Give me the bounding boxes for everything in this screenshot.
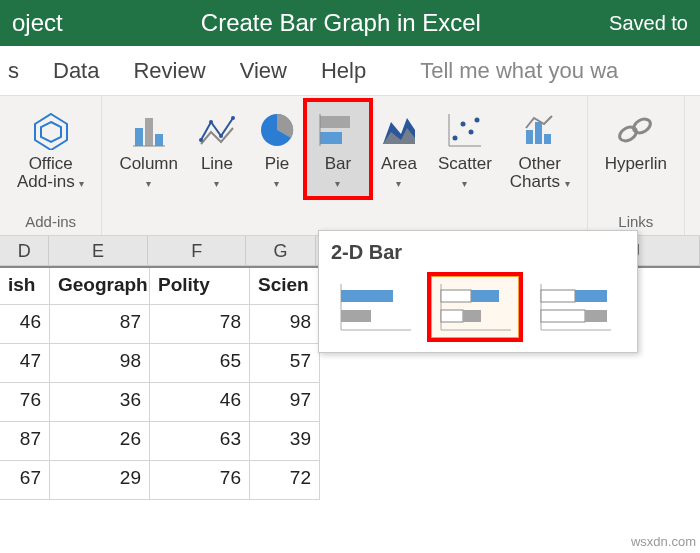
other-charts-icon <box>520 107 560 153</box>
group-links: Hyperlin Links <box>588 96 685 235</box>
cell[interactable]: 87 <box>0 422 50 461</box>
svg-rect-4 <box>155 134 163 146</box>
line-chart-button[interactable]: Line▾ <box>187 102 247 196</box>
bar-chart-icon <box>316 107 360 153</box>
scatter-chart-icon <box>445 107 485 153</box>
svg-rect-33 <box>441 290 471 302</box>
svg-rect-22 <box>526 130 533 144</box>
pie-chart-icon <box>257 107 297 153</box>
cell[interactable]: 26 <box>50 422 150 461</box>
group-addins: Office Add-ins ▾ Add-ins <box>0 96 102 235</box>
col-head[interactable]: F <box>148 236 247 266</box>
titlebar-left: oject <box>12 9 63 37</box>
tab-help[interactable]: Help <box>321 58 366 84</box>
addins-icon <box>31 107 71 153</box>
cell[interactable]: Geograph <box>50 268 150 305</box>
other-charts-button[interactable]: Other Charts ▾ <box>501 102 579 196</box>
100-stacked-bar-thumb[interactable] <box>531 276 619 338</box>
cell[interactable]: 57 <box>250 344 320 383</box>
stacked-bar-thumb[interactable] <box>431 276 519 338</box>
watermark: wsxdn.com <box>631 534 696 549</box>
cell[interactable]: Polity <box>150 268 250 305</box>
cell[interactable]: 29 <box>50 461 150 500</box>
svg-rect-3 <box>145 118 153 146</box>
svg-rect-36 <box>463 310 481 322</box>
clustered-bar-thumb[interactable] <box>331 276 419 338</box>
col-head[interactable]: G <box>246 236 315 266</box>
cell[interactable]: 72 <box>250 461 320 500</box>
svg-point-26 <box>631 116 653 135</box>
svg-point-18 <box>468 130 473 135</box>
cell[interactable]: 98 <box>250 305 320 344</box>
cell[interactable]: 47 <box>0 344 50 383</box>
cell[interactable]: 87 <box>50 305 150 344</box>
svg-rect-23 <box>535 122 542 144</box>
menu-tabs: s Data Review View Help Tell me what you… <box>0 46 700 96</box>
dropdown-title: 2-D Bar <box>331 241 625 264</box>
svg-rect-12 <box>320 132 342 144</box>
svg-point-7 <box>209 120 213 124</box>
cell[interactable]: 98 <box>50 344 150 383</box>
svg-point-25 <box>617 124 639 143</box>
svg-rect-29 <box>341 290 393 302</box>
col-head[interactable]: E <box>49 236 148 266</box>
tab-data[interactable]: Data <box>53 58 99 84</box>
scatter-chart-button[interactable]: Scatter▾ <box>429 102 501 196</box>
svg-rect-42 <box>585 310 607 322</box>
svg-point-17 <box>460 122 465 127</box>
pie-chart-button[interactable]: Pie▾ <box>247 102 307 196</box>
svg-rect-11 <box>320 116 350 128</box>
column-chart-button[interactable]: Column▾ <box>110 102 187 196</box>
cell[interactable]: 76 <box>0 383 50 422</box>
cell[interactable]: 39 <box>250 422 320 461</box>
line-chart-icon <box>197 107 237 153</box>
cell[interactable]: Scien <box>250 268 320 305</box>
table-row: 87 26 63 39 <box>0 422 700 461</box>
svg-marker-0 <box>35 114 67 150</box>
cell[interactable]: 78 <box>150 305 250 344</box>
cell[interactable]: 65 <box>150 344 250 383</box>
ribbon: Office Add-ins ▾ Add-ins Column▾ Line▾ <box>0 96 700 236</box>
svg-rect-39 <box>541 290 575 302</box>
titlebar: oject Create Bar Graph in Excel Saved to <box>0 0 700 46</box>
bar-chart-button[interactable]: Bar▾ <box>307 102 369 196</box>
col-head[interactable]: D <box>0 236 49 266</box>
cell[interactable]: ish <box>0 268 50 305</box>
cell[interactable]: 46 <box>150 383 250 422</box>
cell[interactable]: 46 <box>0 305 50 344</box>
svg-rect-35 <box>441 310 463 322</box>
svg-rect-41 <box>541 310 585 322</box>
group-addins-label: Add-ins <box>8 213 93 233</box>
cell[interactable]: 63 <box>150 422 250 461</box>
table-row: 67 29 76 72 <box>0 461 700 500</box>
hyperlink-button[interactable]: Hyperlin <box>596 102 676 178</box>
office-addins-button[interactable]: Office Add-ins ▾ <box>8 102 93 196</box>
svg-marker-1 <box>41 122 61 142</box>
tell-me[interactable]: Tell me what you wa <box>420 58 618 84</box>
bar-dropdown: 2-D Bar <box>318 230 638 353</box>
addins-label: Office Add-ins ▾ <box>17 155 84 191</box>
svg-point-16 <box>452 136 457 141</box>
cell[interactable]: 97 <box>250 383 320 422</box>
titlebar-center: Create Bar Graph in Excel <box>73 9 609 37</box>
table-row: 76 36 46 97 <box>0 383 700 422</box>
svg-point-9 <box>231 116 235 120</box>
column-chart-icon <box>129 107 169 153</box>
tab-view[interactable]: View <box>240 58 287 84</box>
cell[interactable]: 36 <box>50 383 150 422</box>
svg-rect-24 <box>544 134 551 144</box>
svg-point-8 <box>219 134 223 138</box>
area-chart-icon <box>379 107 419 153</box>
cell[interactable]: 67 <box>0 461 50 500</box>
titlebar-right: Saved to <box>609 12 688 35</box>
svg-point-19 <box>474 118 479 123</box>
tab-formulas-partial[interactable]: s <box>8 58 19 84</box>
group-charts: Column▾ Line▾ Pie▾ Bar▾ <box>102 96 587 235</box>
tab-review[interactable]: Review <box>133 58 205 84</box>
svg-rect-30 <box>341 310 371 322</box>
svg-rect-34 <box>471 290 499 302</box>
cell[interactable]: 76 <box>150 461 250 500</box>
svg-rect-2 <box>135 128 143 146</box>
svg-rect-40 <box>575 290 607 302</box>
area-chart-button[interactable]: Area▾ <box>369 102 429 196</box>
